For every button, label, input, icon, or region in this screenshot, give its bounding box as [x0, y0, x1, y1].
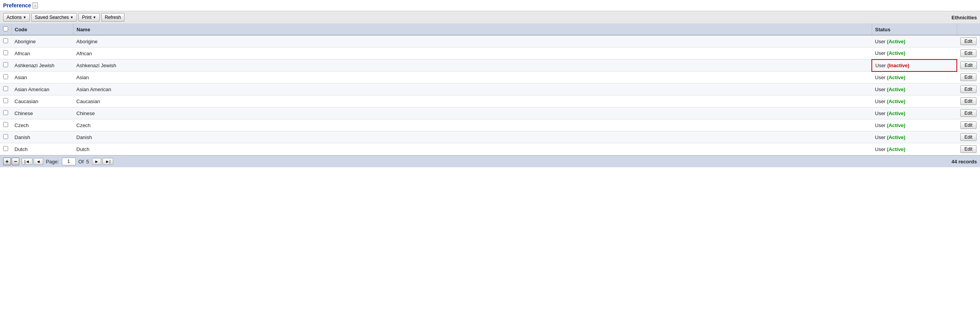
- row-status: User (Active): [872, 107, 957, 119]
- edit-button[interactable]: Edit: [960, 133, 977, 141]
- table-row: CzechCzechUser (Active)Edit: [0, 119, 980, 131]
- row-code: Asian: [12, 71, 73, 83]
- row-checkbox[interactable]: [3, 146, 8, 151]
- table-header-row: Code Name Status: [0, 24, 980, 35]
- row-name: Asian: [73, 71, 872, 83]
- row-checkbox-cell: [0, 107, 12, 119]
- edit-button[interactable]: Edit: [960, 61, 977, 69]
- row-code: Aborigine: [12, 35, 73, 48]
- row-checkbox-cell: [0, 119, 12, 131]
- print-button[interactable]: Print ▼: [78, 13, 100, 22]
- row-checkbox[interactable]: [3, 86, 8, 91]
- row-name: Dutch: [73, 143, 872, 155]
- row-checkbox-cell: [0, 35, 12, 48]
- table-row: Asian AmericanAsian AmericanUser (Active…: [0, 83, 980, 95]
- row-edit-cell: Edit: [957, 59, 980, 71]
- row-name: Caucasian: [73, 95, 872, 107]
- row-name: Chinese: [73, 107, 872, 119]
- collapse-button[interactable]: -: [32, 2, 38, 8]
- table-footer: + − |◄ ◄ Page: Of 5 ► ►| 44 records: [0, 155, 980, 167]
- remove-record-button[interactable]: −: [12, 158, 19, 165]
- table-row: DanishDanishUser (Active)Edit: [0, 131, 980, 143]
- th-actions: [957, 24, 980, 35]
- row-status: User (Active): [872, 48, 957, 59]
- select-all-checkbox[interactable]: [3, 26, 8, 31]
- table-row: ChineseChineseUser (Active)Edit: [0, 107, 980, 119]
- add-remove-group: + −: [3, 158, 19, 165]
- first-page-button[interactable]: |◄: [22, 158, 32, 165]
- table-row: AborigineAborigineUser (Active)Edit: [0, 35, 980, 48]
- edit-button[interactable]: Edit: [960, 145, 977, 153]
- row-checkbox[interactable]: [3, 122, 8, 127]
- edit-button[interactable]: Edit: [960, 49, 977, 57]
- th-status: Status: [872, 24, 957, 35]
- print-dropdown-arrow: ▼: [93, 15, 96, 19]
- row-checkbox[interactable]: [3, 74, 8, 79]
- row-edit-cell: Edit: [957, 71, 980, 83]
- row-edit-cell: Edit: [957, 35, 980, 48]
- row-checkbox-cell: [0, 95, 12, 107]
- row-checkbox[interactable]: [3, 110, 8, 115]
- print-label: Print: [82, 15, 92, 20]
- row-checkbox[interactable]: [3, 62, 8, 67]
- row-edit-cell: Edit: [957, 95, 980, 107]
- refresh-button[interactable]: Refresh: [101, 13, 124, 22]
- prev-page-button[interactable]: ◄: [34, 158, 43, 165]
- row-status: User (Active): [872, 71, 957, 83]
- page-title: Preference: [3, 2, 31, 8]
- saved-searches-label: Saved Searches: [35, 15, 69, 20]
- row-code: Caucasian: [12, 95, 73, 107]
- ethnicities-label: Ethnicities: [951, 15, 977, 20]
- row-edit-cell: Edit: [957, 131, 980, 143]
- last-page-button[interactable]: ►|: [102, 158, 113, 165]
- table-row: AsianAsianUser (Active)Edit: [0, 71, 980, 83]
- row-name: Asian American: [73, 83, 872, 95]
- table-row: DutchDutchUser (Active)Edit: [0, 143, 980, 155]
- pagination-nav: |◄ ◄ Page: Of 5 ► ►|: [22, 158, 113, 165]
- th-name: Name: [73, 24, 872, 35]
- row-status: User (Active): [872, 95, 957, 107]
- toolbar: Actions ▼ Saved Searches ▼ Print ▼ Refre…: [0, 11, 980, 24]
- actions-button[interactable]: Actions ▼: [3, 13, 30, 22]
- saved-searches-button[interactable]: Saved Searches ▼: [31, 13, 77, 22]
- add-record-button[interactable]: +: [3, 158, 11, 165]
- page-of-label: Of: [78, 159, 84, 165]
- row-status: User (Active): [872, 35, 957, 48]
- row-name: Aborigine: [73, 35, 872, 48]
- row-status: User (Active): [872, 83, 957, 95]
- row-edit-cell: Edit: [957, 119, 980, 131]
- edit-button[interactable]: Edit: [960, 73, 977, 81]
- row-checkbox-cell: [0, 131, 12, 143]
- table-row: Ashkenazi JewishAshkenazi JewishUser (In…: [0, 59, 980, 71]
- actions-dropdown-arrow: ▼: [23, 15, 26, 19]
- row-code: Danish: [12, 131, 73, 143]
- next-page-button[interactable]: ►: [92, 158, 102, 165]
- row-checkbox[interactable]: [3, 134, 8, 139]
- edit-button[interactable]: Edit: [960, 121, 977, 129]
- row-name: Danish: [73, 131, 872, 143]
- row-checkbox[interactable]: [3, 50, 8, 55]
- row-checkbox[interactable]: [3, 38, 8, 43]
- records-count: 44 records: [951, 159, 977, 165]
- ethnicity-table: Code Name Status AborigineAborigineUser …: [0, 24, 980, 155]
- row-checkbox[interactable]: [3, 98, 8, 103]
- row-name: Ashkenazi Jewish: [73, 59, 872, 71]
- th-checkbox: [0, 24, 12, 35]
- row-code: Chinese: [12, 107, 73, 119]
- page-input[interactable]: [62, 158, 76, 165]
- edit-button[interactable]: Edit: [960, 109, 977, 117]
- edit-button[interactable]: Edit: [960, 37, 977, 45]
- edit-button[interactable]: Edit: [960, 85, 977, 93]
- row-edit-cell: Edit: [957, 143, 980, 155]
- row-code: Ashkenazi Jewish: [12, 59, 73, 71]
- row-status: User (Active): [872, 143, 957, 155]
- row-edit-cell: Edit: [957, 83, 980, 95]
- actions-label: Actions: [7, 15, 22, 20]
- saved-searches-dropdown-arrow: ▼: [70, 15, 73, 19]
- row-code: Dutch: [12, 143, 73, 155]
- preference-header: Preference -: [0, 0, 980, 11]
- table-row: AfricanAfricanUser (Active)Edit: [0, 48, 980, 59]
- row-checkbox-cell: [0, 71, 12, 83]
- refresh-label: Refresh: [105, 15, 121, 20]
- edit-button[interactable]: Edit: [960, 97, 977, 105]
